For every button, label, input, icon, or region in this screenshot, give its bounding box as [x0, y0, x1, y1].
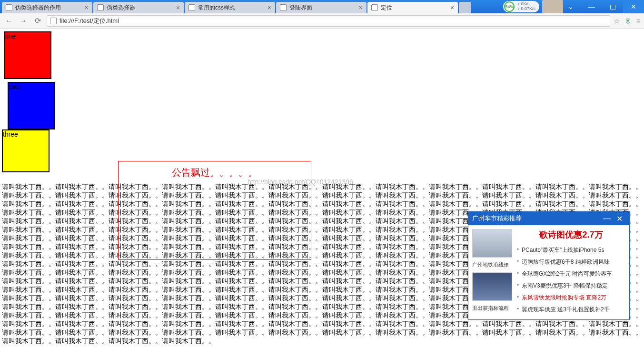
- minimize-button[interactable]: —: [581, 0, 602, 13]
- close-icon[interactable]: ×: [268, 4, 271, 11]
- tab-title: 定位: [381, 4, 392, 12]
- page-icon: [371, 4, 378, 11]
- ad-link-item[interactable]: 翼虎现车供应 送3千礼包置换补2千: [517, 304, 625, 316]
- browser-tab-bar: 伪类选择器的作用 × 伪类选择器 × 常用的css样式 × 登陆界面 × 定位 …: [0, 0, 644, 13]
- speed-readout: ↑ 0K/s ↓ 0.07K/s: [517, 2, 535, 11]
- close-icon[interactable]: ×: [450, 4, 454, 11]
- minimize-icon[interactable]: —: [600, 214, 614, 223]
- marquee-label: 公告飘过。。。。。: [172, 167, 258, 178]
- page-icon: [97, 4, 104, 11]
- ad-caption: 广州地铁沿线便: [472, 261, 512, 268]
- forward-button[interactable]: →: [18, 16, 29, 26]
- address-bar: ← → ⟳ ☆ ⛨ ≡: [0, 13, 644, 29]
- ad-link-item[interactable]: 迈腾旅行版优惠6千8 纯粹欧洲风味: [517, 256, 625, 268]
- speed-percent: 54%: [504, 1, 515, 12]
- back-button[interactable]: ←: [4, 16, 14, 26]
- network-speed-widget[interactable]: 54% ↑ 0K/s ↓ 0.07K/s: [503, 1, 539, 12]
- page-icon: [50, 18, 57, 24]
- ad-caption: 丑出获指标流程: [472, 305, 512, 312]
- tab-title: 伪类选择器: [107, 4, 135, 12]
- ad-link-list: PCauto“最买车”上线抽iPhone 5s迈腾旅行版优惠6千8 纯粹欧洲风味…: [517, 244, 625, 316]
- chevron-down-icon[interactable]: ⌄: [560, 0, 581, 13]
- star-icon[interactable]: ☆: [614, 17, 620, 25]
- window-close-button[interactable]: ✕: [623, 0, 644, 13]
- maximize-button[interactable]: ▢: [602, 0, 623, 13]
- browser-tab[interactable]: 常用的css样式 ×: [185, 2, 275, 13]
- ad-link-item[interactable]: PCauto“最买车”上线抽iPhone 5s: [517, 244, 625, 256]
- ad-thumbnail[interactable]: [472, 229, 512, 258]
- ad-title[interactable]: 歌诗图优惠2.7万: [517, 229, 625, 240]
- page-icon: [6, 4, 12, 11]
- page-icon: [188, 4, 195, 11]
- close-icon[interactable]: ×: [85, 4, 89, 11]
- box-two: two: [8, 82, 55, 129]
- close-icon[interactable]: ✕: [614, 214, 625, 223]
- close-icon[interactable]: ×: [359, 4, 363, 11]
- ad-header: 广州车市精彩推荐 — ✕: [468, 212, 629, 225]
- ad-panel: 广州车市精彩推荐 — ✕ 广州地铁沿线便 丑出获指标流程 歌诗图优惠2.7万 P…: [468, 211, 630, 320]
- close-icon[interactable]: ×: [176, 4, 180, 11]
- browser-tab-active[interactable]: 定位 ×: [367, 2, 458, 13]
- ad-link-item[interactable]: 全球鹰GX2降2千元 时尚可爱跨界车: [517, 268, 625, 280]
- box-three: three: [2, 129, 50, 172]
- ad-link-item[interactable]: 东南V3菱悦优惠3千 降幅保持稳定: [517, 280, 625, 292]
- shield-icon[interactable]: ⛨: [625, 17, 632, 25]
- reload-button[interactable]: ⟳: [32, 16, 43, 26]
- url-box[interactable]: [47, 15, 610, 27]
- box-one: one: [4, 31, 51, 79]
- ad-link-item[interactable]: 东风雪铁龙限时抢购专场 直降2万: [517, 292, 625, 304]
- new-tab-button[interactable]: [459, 2, 471, 13]
- ad-header-title: 广州车市精彩推荐: [472, 214, 522, 223]
- menu-icon[interactable]: ≡: [636, 17, 640, 25]
- tab-title: 登陆界面: [289, 4, 312, 12]
- window-controls: ⌄ — ▢ ✕: [560, 0, 644, 13]
- page-icon: [280, 4, 287, 11]
- url-input[interactable]: [59, 17, 607, 24]
- browser-tab[interactable]: 伪类选择器 ×: [93, 2, 184, 13]
- tab-title: 常用的css样式: [198, 4, 235, 12]
- browser-tab[interactable]: 登陆界面 ×: [276, 2, 367, 13]
- page-viewport: one two three 请叫我木丁西。。请叫我木丁西。。请叫我木丁西。。请叫…: [0, 29, 644, 348]
- ad-thumbnail[interactable]: [472, 272, 512, 301]
- browser-tab[interactable]: 伪类选择器的作用 ×: [2, 2, 92, 13]
- tab-title: 伪类选择器的作用: [15, 4, 61, 12]
